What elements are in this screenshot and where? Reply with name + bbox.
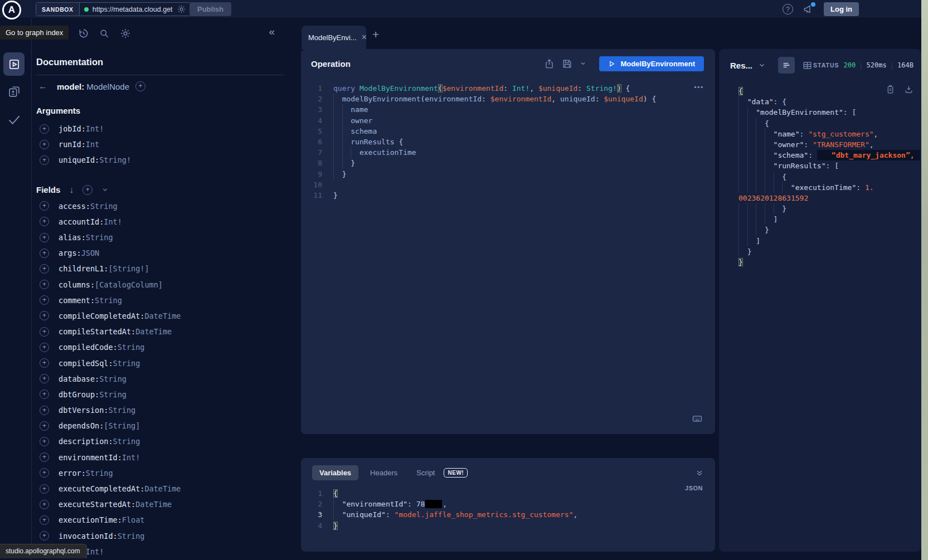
add-to-query-icon[interactable]: + <box>40 531 49 540</box>
endpoint-url[interactable]: https://metadata.cloud.get <box>93 6 173 13</box>
add-to-query-icon[interactable]: + <box>40 389 49 399</box>
add-to-query-icon[interactable]: + <box>40 515 49 525</box>
field-type[interactable]: Int! <box>122 453 140 462</box>
response-chevron-icon[interactable] <box>758 61 766 69</box>
field-name[interactable]: compiledCode: <box>59 343 118 352</box>
breadcrumb-type-link[interactable]: ModelNode <box>86 82 129 91</box>
add-to-query-icon[interactable]: + <box>40 264 49 274</box>
field-name[interactable]: runId: <box>59 140 86 149</box>
field-name[interactable]: comment: <box>59 296 95 305</box>
tab-variables[interactable]: Variables <box>312 465 358 480</box>
add-to-query-icon[interactable]: + <box>40 155 49 165</box>
field-type[interactable]: Float <box>122 515 145 524</box>
nav-checklist-button[interactable] <box>7 112 22 127</box>
format-json-toggle[interactable] <box>778 57 795 74</box>
field-type[interactable]: [String] <box>104 421 140 430</box>
field-name[interactable]: dbtVersion: <box>59 406 108 415</box>
add-to-query-icon[interactable]: + <box>40 233 49 242</box>
field-type[interactable]: DateTime <box>135 327 172 336</box>
add-to-query-icon[interactable]: + <box>40 295 49 305</box>
field-name[interactable]: compileStartedAt: <box>59 327 135 336</box>
add-to-query-icon[interactable]: + <box>40 484 49 494</box>
publish-button[interactable]: Publish <box>190 2 231 16</box>
field-name[interactable]: compileCompletedAt: <box>59 311 144 320</box>
tab-close-icon[interactable]: × <box>362 33 367 42</box>
field-name[interactable]: environmentId: <box>59 453 122 462</box>
add-fields-icon[interactable]: + <box>82 185 93 195</box>
history-icon[interactable] <box>78 28 89 39</box>
save-chevron-icon[interactable] <box>580 60 586 67</box>
field-type[interactable]: String <box>86 469 113 478</box>
tab-headers[interactable]: Headers <box>363 465 405 480</box>
field-name[interactable]: compiledSql: <box>59 359 113 368</box>
add-to-query-icon[interactable]: + <box>40 421 49 431</box>
add-to-query-icon[interactable]: + <box>40 468 49 478</box>
announcements-megaphone-icon[interactable] <box>803 4 814 14</box>
copy-response-icon[interactable] <box>886 85 895 94</box>
operation-menu-icon[interactable]: ••• <box>694 84 704 90</box>
new-tab-button[interactable]: + <box>372 28 379 41</box>
chevron-down-icon[interactable] <box>101 186 109 193</box>
help-icon[interactable]: ? <box>783 4 793 14</box>
run-operation-button[interactable]: ModelByEnvironment <box>599 56 704 71</box>
add-to-query-icon[interactable]: + <box>40 311 49 320</box>
field-name[interactable]: args: <box>59 249 81 257</box>
field-type[interactable]: [String!] <box>108 264 149 273</box>
connection-settings-gear-icon[interactable] <box>177 4 186 14</box>
field-type[interactable]: String <box>99 374 127 383</box>
field-name[interactable]: executeCompletedAt: <box>59 484 144 493</box>
back-arrow-icon[interactable]: ← <box>38 81 47 91</box>
field-name[interactable]: childrenL1: <box>59 264 108 273</box>
field-name[interactable]: executeStartedAt: <box>59 500 135 509</box>
settings-gear-icon[interactable] <box>120 28 131 39</box>
nav-explorer-button[interactable] <box>3 52 25 76</box>
add-to-query-icon[interactable]: + <box>40 500 49 509</box>
search-icon[interactable] <box>99 28 110 39</box>
login-button[interactable]: Log in <box>824 2 859 16</box>
add-to-query-icon[interactable]: + <box>40 374 49 383</box>
field-name[interactable]: description: <box>59 437 113 446</box>
add-to-query-icon[interactable]: + <box>40 124 49 134</box>
collapse-panel-icon[interactable]: « <box>269 26 275 38</box>
operation-editor[interactable]: 1query ModelByEnvironment($environmentId… <box>301 78 715 201</box>
field-name[interactable]: columns: <box>59 280 95 289</box>
field-name[interactable]: dbtGroup: <box>59 390 99 399</box>
field-type[interactable]: String <box>86 233 113 242</box>
tab-modelbyenvironment[interactable]: ModelByEnvi... × <box>302 26 366 49</box>
field-name[interactable]: accountId: <box>59 217 104 226</box>
add-to-query-icon[interactable]: + <box>40 327 49 337</box>
field-name[interactable]: alias: <box>59 233 86 242</box>
keyboard-shortcuts-icon[interactable] <box>692 413 703 424</box>
add-to-query-icon[interactable]: + <box>40 406 49 415</box>
download-response-icon[interactable] <box>904 85 914 94</box>
sort-fields-icon[interactable]: ↓ <box>69 185 74 195</box>
field-type[interactable]: JSON <box>81 249 100 257</box>
tab-script[interactable]: Script <box>409 465 438 480</box>
field-type[interactable]: [CatalogColumn] <box>95 280 163 289</box>
field-name[interactable]: jobId: <box>59 124 86 133</box>
field-type[interactable]: String <box>118 532 145 540</box>
collapse-variables-icon[interactable] <box>695 469 704 478</box>
field-type[interactable]: String <box>113 437 140 446</box>
field-type[interactable]: String <box>118 343 145 352</box>
field-type[interactable]: String! <box>99 155 131 164</box>
field-name[interactable]: database: <box>59 374 99 383</box>
field-type[interactable]: Int <box>86 140 99 149</box>
field-name[interactable]: invocationId: <box>59 532 118 540</box>
add-to-query-icon[interactable]: + <box>40 140 49 149</box>
field-type[interactable]: Int! <box>86 124 104 133</box>
field-type[interactable]: String <box>95 296 122 305</box>
add-to-query-icon[interactable]: + <box>40 343 49 352</box>
add-to-query-icon[interactable]: + <box>40 217 49 226</box>
field-name[interactable]: uniqueId: <box>59 155 99 164</box>
add-to-query-icon[interactable]: + <box>40 437 49 446</box>
variables-editor[interactable]: 1{2 "environmentId": 78,3 "uniqueId": "m… <box>301 480 715 531</box>
field-type[interactable]: DateTime <box>144 484 181 493</box>
nav-schema-button[interactable] <box>7 84 21 98</box>
field-name[interactable]: error: <box>59 469 86 478</box>
field-type[interactable]: String <box>113 359 140 368</box>
save-icon[interactable] <box>562 59 572 69</box>
add-to-query-icon[interactable]: + <box>40 249 49 258</box>
add-to-query-icon[interactable]: + <box>40 280 49 289</box>
field-type[interactable]: DateTime <box>144 311 181 320</box>
